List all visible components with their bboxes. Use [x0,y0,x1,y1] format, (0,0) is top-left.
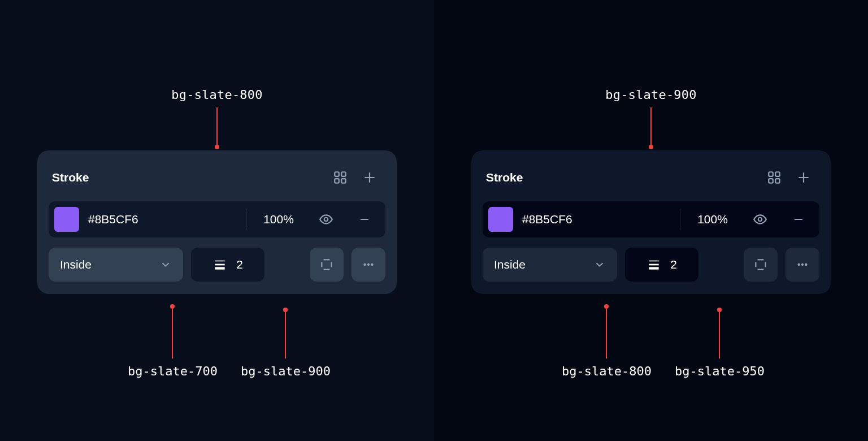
svg-point-8 [363,263,366,266]
add-stroke-button[interactable] [791,165,816,190]
annotation-label: bg-slate-800 [562,364,652,378]
svg-point-10 [371,263,373,266]
stroke-more-button[interactable] [785,248,819,282]
stroke-panel: Stroke #8B5CF6 100% Inside [471,150,831,294]
stroke-width-value: 2 [670,258,677,271]
svg-rect-1 [341,172,346,176]
annotation-label: bg-slate-900 [241,364,331,378]
stroke-controls-row: Inside 2 [483,248,819,282]
bottom-annotation-select: bg-slate-700 [128,306,218,378]
bottom-annotation-width: bg-slate-900 [241,310,331,378]
more-icon [795,257,810,272]
stroke-panel: Stroke #8B5CF6 100% Inside [37,150,397,294]
stroke-width-input[interactable]: 2 [191,248,264,282]
svg-rect-14 [775,179,780,183]
divider [680,209,680,230]
top-annotation-label: bg-slate-900 [605,88,696,102]
example-right: bg-slate-900 Stroke #8B5CF6 100% [434,0,868,441]
more-icon [361,257,376,272]
stroke-position-label: Inside [60,258,92,271]
stroke-width-input[interactable]: 2 [625,248,698,282]
svg-point-15 [758,218,762,222]
independent-sides-icon [753,257,768,272]
annotation-connector [216,107,218,147]
color-hex-input[interactable]: #8B5CF6 [521,213,672,226]
divider [246,209,246,230]
svg-rect-12 [775,172,780,176]
panel-header: Stroke [483,162,819,201]
color-swatch[interactable] [54,207,79,232]
stroke-position-select[interactable]: Inside [483,248,617,282]
remove-stroke-button[interactable] [349,207,380,232]
stroke-position-select[interactable]: Inside [49,248,183,282]
svg-rect-13 [769,179,773,183]
stroke-color-row: #8B5CF6 100% [483,201,819,237]
annotation-label: bg-slate-700 [128,364,218,378]
stroke-sides-button[interactable] [310,248,344,282]
stroke-controls-row: Inside 2 [49,248,385,282]
stroke-styles-button[interactable] [328,165,353,190]
example-left: bg-slate-800 Stroke #8B5CF6 100% [0,0,434,441]
opacity-input[interactable]: 100% [254,213,303,226]
bottom-annotation-select: bg-slate-800 [562,306,652,378]
svg-rect-11 [769,172,773,176]
stroke-color-row: #8B5CF6 100% [49,201,385,237]
grid-icon [333,170,348,185]
toggle-visibility-button[interactable] [311,207,341,232]
panel-title: Stroke [486,171,523,184]
svg-point-21 [805,263,807,266]
toggle-visibility-button[interactable] [745,207,775,232]
svg-point-4 [324,218,328,222]
stroke-width-value: 2 [236,258,243,271]
svg-point-20 [801,263,804,266]
panel-title: Stroke [52,171,89,184]
remove-stroke-button[interactable] [783,207,814,232]
plus-icon [796,170,811,185]
annotation-connector [172,306,173,358]
annotation-connector [719,310,720,358]
independent-sides-icon [319,257,334,272]
panel-header: Stroke [49,162,385,201]
svg-rect-3 [341,179,346,183]
chevron-down-icon [159,258,172,271]
annotation-connector [650,107,652,147]
chevron-down-icon [593,258,606,271]
annotation-connector [285,310,286,358]
top-annotation-label: bg-slate-800 [171,88,262,102]
annotation-connector [606,306,607,358]
stroke-weight-icon [646,257,661,272]
color-hex-input[interactable]: #8B5CF6 [87,213,238,226]
svg-point-9 [367,263,370,266]
opacity-input[interactable]: 100% [688,213,737,226]
svg-point-19 [797,263,800,266]
bottom-annotation-width: bg-slate-950 [675,310,765,378]
svg-rect-2 [335,179,339,183]
plus-icon [362,170,377,185]
add-stroke-button[interactable] [357,165,382,190]
color-swatch[interactable] [488,207,513,232]
minus-icon [792,213,805,226]
stroke-sides-button[interactable] [744,248,778,282]
eye-icon [753,212,767,227]
stroke-styles-button[interactable] [762,165,787,190]
annotation-label: bg-slate-950 [675,364,765,378]
stroke-weight-icon [212,257,227,272]
minus-icon [358,213,371,226]
svg-rect-0 [335,172,339,176]
eye-icon [319,212,333,227]
stroke-position-label: Inside [494,258,526,271]
grid-icon [767,170,782,185]
stroke-more-button[interactable] [351,248,385,282]
